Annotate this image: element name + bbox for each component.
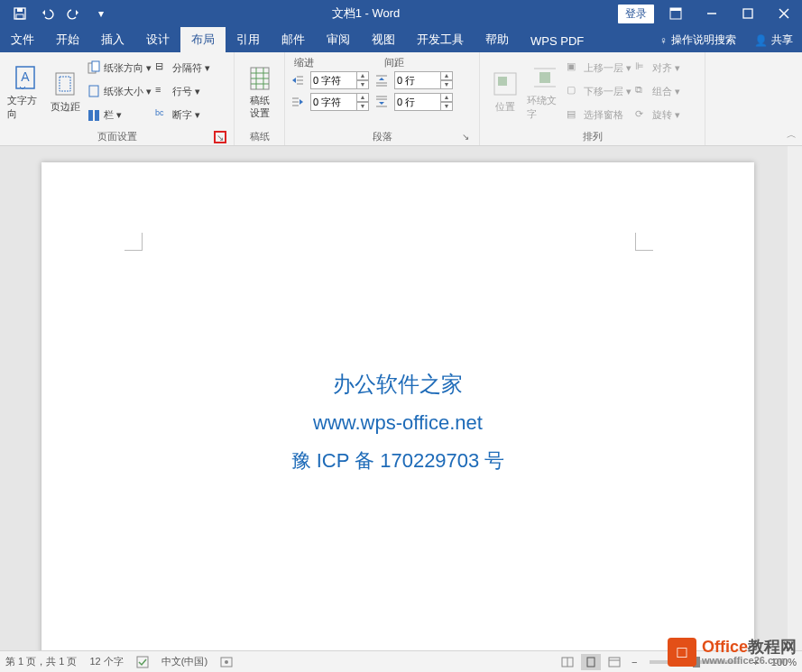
- save-button[interactable]: [7, 1, 32, 26]
- document-content: 办公软件之家 www.wps-office.net 豫 ICP 备 170229…: [41, 370, 754, 474]
- tab-insert[interactable]: 插入: [90, 27, 135, 52]
- window-controls: 登录: [618, 1, 802, 26]
- paragraph-dialog-launcher[interactable]: ↘: [459, 131, 472, 143]
- doc-line-1: 办公软件之家: [41, 370, 754, 399]
- spin-up[interactable]: ▲: [440, 93, 453, 102]
- spin-down[interactable]: ▼: [356, 80, 369, 89]
- tab-file[interactable]: 文件: [0, 27, 45, 52]
- watermark: □ Office教程网 www.office26.com: [668, 638, 797, 667]
- space-before-icon: [374, 73, 389, 87]
- vertical-scrollbar[interactable]: [788, 146, 802, 650]
- svg-rect-2: [16, 14, 23, 19]
- align-button[interactable]: ⊫对齐▾: [635, 57, 680, 78]
- indent-right-icon: [290, 95, 305, 109]
- send-backward-button[interactable]: ▢下移一层▾: [567, 80, 631, 102]
- tab-mailings[interactable]: 邮件: [271, 27, 316, 52]
- status-macro[interactable]: [220, 656, 233, 668]
- view-read-button[interactable]: [558, 654, 577, 670]
- maximize-button[interactable]: [730, 1, 766, 26]
- indent-left-icon: [290, 73, 305, 87]
- tab-home[interactable]: 开始: [45, 27, 90, 52]
- space-after-icon: [374, 95, 389, 109]
- hyphenation-button[interactable]: bc断字▾: [155, 105, 210, 126]
- group-page-setup: A 文字方向 页边距 纸张方向▾ 纸张大小▾ 栏▾ ⊟分隔符▾ ≡行号▾ bc断…: [0, 52, 235, 145]
- page-setup-label: 页面设置: [97, 130, 137, 143]
- wrap-text-button[interactable]: 环绕文字: [525, 56, 565, 127]
- status-spellcheck[interactable]: [136, 656, 149, 668]
- tab-developer[interactable]: 开发工具: [406, 27, 475, 52]
- space-after-input[interactable]: ▲▼: [394, 93, 453, 111]
- line-numbers-icon: ≡: [155, 84, 170, 98]
- breaks-button[interactable]: ⊟分隔符▾: [155, 57, 210, 78]
- manuscript-settings-button[interactable]: 稿纸设置: [240, 56, 279, 127]
- svg-rect-14: [92, 61, 99, 71]
- svg-rect-37: [498, 77, 507, 86]
- space-before-input[interactable]: ▲▼: [394, 71, 453, 89]
- tab-review[interactable]: 审阅: [316, 27, 361, 52]
- tab-design[interactable]: 设计: [135, 27, 180, 52]
- selection-pane-icon: ▤: [567, 108, 581, 123]
- share-button[interactable]: 👤共享: [745, 28, 802, 52]
- close-button[interactable]: [766, 1, 802, 26]
- tab-layout[interactable]: 布局: [180, 27, 226, 52]
- spin-up[interactable]: ▲: [356, 71, 369, 80]
- rotate-button[interactable]: ⟳旋转▾: [635, 105, 680, 126]
- columns-icon: [87, 108, 101, 123]
- svg-rect-38: [539, 72, 550, 83]
- spin-down[interactable]: ▼: [356, 102, 369, 111]
- status-word-count[interactable]: 12 个字: [89, 655, 123, 668]
- document-page[interactable]: 办公软件之家 www.wps-office.net 豫 ICP 备 170229…: [41, 162, 754, 650]
- group-objects-button[interactable]: ⧉组合▾: [635, 80, 680, 102]
- position-button[interactable]: 位置: [485, 56, 525, 127]
- columns-button[interactable]: 栏▾: [87, 105, 152, 126]
- group-arrange: 位置 环绕文字 ▣上移一层▾ ▢下移一层▾ ▤选择窗格 ⊫对齐▾ ⧉组合▾ ⟳旋…: [480, 52, 705, 145]
- svg-rect-15: [89, 86, 98, 97]
- watermark-brand: Office教程网: [702, 639, 797, 655]
- redo-button[interactable]: [61, 1, 87, 26]
- spin-up[interactable]: ▲: [356, 93, 369, 102]
- margin-corner-tr: [635, 233, 653, 251]
- indent-left-input[interactable]: ▲▼: [310, 71, 369, 89]
- tell-me-search[interactable]: ♀操作说明搜索: [650, 28, 745, 52]
- tab-view[interactable]: 视图: [361, 27, 406, 52]
- doc-line-3: 豫 ICP 备 170229703 号: [41, 447, 754, 474]
- tab-help[interactable]: 帮助: [475, 27, 520, 52]
- selection-pane-button[interactable]: ▤选择窗格: [567, 105, 631, 126]
- rotate-icon: ⟳: [635, 108, 650, 123]
- document-area: 办公软件之家 www.wps-office.net 豫 ICP 备 170229…: [0, 146, 802, 650]
- status-language[interactable]: 中文(中国): [161, 655, 207, 668]
- status-page[interactable]: 第 1 页，共 1 页: [5, 655, 77, 668]
- size-button[interactable]: 纸张大小▾: [87, 80, 152, 102]
- manuscript-label: 稿纸: [250, 130, 270, 143]
- bring-forward-button[interactable]: ▣上移一层▾: [567, 57, 631, 78]
- view-web-button[interactable]: [604, 654, 624, 670]
- text-direction-button[interactable]: A 文字方向: [5, 56, 45, 127]
- spin-down[interactable]: ▼: [440, 102, 453, 111]
- login-button[interactable]: 登录: [618, 5, 654, 23]
- svg-point-43: [225, 660, 228, 664]
- svg-rect-12: [60, 77, 70, 91]
- ribbon-display-button[interactable]: [658, 1, 694, 26]
- tab-wpspdf[interactable]: WPS PDF: [520, 30, 595, 52]
- spin-down[interactable]: ▼: [440, 80, 453, 89]
- zoom-out-button[interactable]: −: [628, 657, 641, 667]
- svg-rect-4: [670, 8, 681, 11]
- qat-customize-button[interactable]: ▾: [88, 1, 114, 26]
- spin-up[interactable]: ▲: [440, 71, 453, 80]
- lightbulb-icon: ♀: [659, 34, 668, 47]
- tab-references[interactable]: 引用: [226, 27, 271, 52]
- undo-button[interactable]: [34, 1, 60, 26]
- page-setup-dialog-launcher[interactable]: ↘: [214, 131, 226, 143]
- svg-text:A: A: [21, 69, 30, 84]
- share-icon: 👤: [754, 34, 768, 47]
- collapse-ribbon-button[interactable]: ︿: [787, 128, 797, 142]
- margin-corner-tl: [124, 233, 143, 251]
- view-print-button[interactable]: [581, 654, 601, 670]
- breaks-icon: ⊟: [155, 60, 170, 75]
- margins-button[interactable]: 页边距: [45, 56, 85, 127]
- watermark-badge-icon: □: [668, 638, 696, 667]
- minimize-button[interactable]: [694, 1, 730, 26]
- line-numbers-button[interactable]: ≡行号▾: [155, 80, 210, 102]
- orientation-button[interactable]: 纸张方向▾: [87, 57, 152, 78]
- indent-right-input[interactable]: ▲▼: [310, 93, 369, 111]
